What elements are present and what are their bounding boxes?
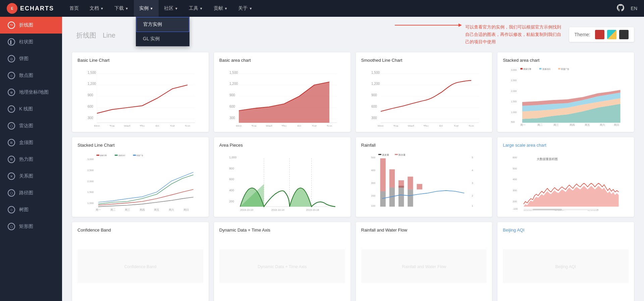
svg-text:600: 600 [229, 178, 234, 181]
svg-text:900: 900 [229, 93, 235, 97]
svg-text:2,500: 2,500 [87, 169, 94, 172]
svg-text:1,200: 1,200 [88, 82, 96, 86]
chart-stacked-line[interactable]: Stacked Line Chart 3,000 2,500 2,000 1,5… [72, 137, 209, 217]
svg-text:2: 2 [472, 195, 473, 198]
svg-text:3,000: 3,000 [87, 158, 94, 161]
sidebar-item-scatter[interactable]: ⊹ 散点图 [0, 67, 62, 84]
svg-text:Mon: Mon [94, 125, 100, 127]
svg-text:1,000: 1,000 [87, 202, 94, 205]
svg-text:1,000: 1,000 [229, 156, 236, 159]
sidebar-item-candlestick[interactable]: K K 线图 [0, 101, 62, 117]
svg-text:Thu: Thu [281, 125, 287, 127]
sidebar-item-bar-chart[interactable]: ▌ 柱状图 [0, 34, 62, 50]
chart-title-confidence-band: Confidence Band [77, 228, 203, 233]
svg-text:联盟广告: 联盟广告 [561, 68, 569, 70]
svg-text:Beijing AQI: Beijing AQI [555, 265, 576, 269]
nav-contribute[interactable]: 贡献 ▼ [208, 0, 233, 17]
treemap-icon: ⬡ [8, 223, 15, 230]
github-icon[interactable] [617, 4, 624, 13]
nav-home[interactable]: 首页 [64, 0, 84, 17]
top-nav: E ECHARTS 首页 文档 ▼ 下载 ▼ 实例 ▼ 社区 ▼ 工具 ▼ 贡献 [0, 0, 644, 17]
chevron-down-icon: ▼ [175, 7, 178, 10]
nav-docs[interactable]: 文档 ▼ [84, 0, 109, 17]
svg-text:300: 300 [229, 116, 235, 120]
svg-text:大数据量面积图: 大数据量面积图 [537, 158, 558, 161]
sidebar-item-graph[interactable]: ✕ 关系图 [0, 168, 62, 185]
language-button[interactable]: EN [631, 6, 637, 11]
svg-text:Wed: Wed [266, 125, 272, 127]
chart-area-pieces[interactable]: Area Pieces 1,000 800 600 400 200 [214, 137, 351, 217]
svg-text:1,200: 1,200 [371, 82, 380, 86]
svg-text:周二: 周二 [537, 123, 543, 127]
svg-text:2,000: 2,000 [87, 180, 94, 183]
chart-title-smoothed-line: Smoothed Line Chart [361, 58, 487, 63]
svg-text:周日: 周日 [183, 208, 189, 211]
sidebar-item-treemap[interactable]: ⬡ 矩形图 [0, 218, 62, 235]
chart-basic-area[interactable]: Basic area chart 1,500 1,200 900 600 300 [214, 52, 351, 132]
bar-chart-icon: ▌ [8, 38, 15, 46]
svg-rect-70 [539, 68, 542, 70]
nav-examples[interactable]: 实例 ▼ [134, 0, 159, 17]
nav-download[interactable]: 下载 ▼ [109, 0, 134, 17]
sidebar-item-path[interactable]: ⬡ 路径图 [0, 185, 62, 201]
svg-text:E: E [11, 7, 13, 10]
sidebar-item-pie-chart[interactable]: ◎ 饼图 [0, 50, 62, 67]
chevron-down-icon: ▼ [100, 7, 104, 10]
chart-dynamic-data[interactable]: Dynamic Data + Time Axis Dynamic Data + … [214, 222, 351, 301]
chart-title-beijing-aqi: Beijing AQI [503, 228, 629, 233]
dropdown-gl-examples[interactable]: GL 实例 [136, 32, 189, 46]
svg-text:Mon: Mon [236, 125, 242, 127]
basic-line-svg: 1,500 1,200 900 600 300 [77, 66, 203, 127]
svg-rect-135 [417, 184, 422, 189]
rainfall-svg: 500 400 300 200 100 5 4 3 2 1 蒸发量 [361, 151, 487, 211]
chart-canvas-stacked-line: 3,000 2,500 2,000 1,500 1,000 搜索引擎 直接访问 … [77, 151, 203, 211]
chart-smoothed-line[interactable]: Smoothed Line Chart 1,500 1,200 900 600 … [356, 52, 492, 132]
svg-text:800: 800 [229, 167, 234, 170]
chart-title-rainfall-water: Rainfall and Water Flow [361, 228, 487, 233]
svg-text:3,000: 3,000 [511, 69, 517, 71]
svg-text:500: 500 [513, 167, 517, 170]
chevron-down-icon: ▼ [125, 7, 128, 10]
logo[interactable]: E ECHARTS [7, 3, 54, 14]
svg-text:周一: 周一 [521, 123, 526, 127]
chart-rainfall[interactable]: Rainfall 500 400 300 200 100 5 4 3 2 1 [356, 137, 492, 217]
svg-rect-132 [389, 169, 394, 188]
svg-text:Thu: Thu [423, 125, 429, 127]
svg-text:500: 500 [371, 156, 375, 159]
nav-community[interactable]: 社区 ▼ [159, 0, 183, 17]
chart-rainfall-water[interactable]: Rainfall and Water Flow Rainfall and Wat… [356, 222, 492, 301]
chart-stacked-area[interactable]: Stacked area chart 3,000 2,500 2,000 1,5… [497, 52, 634, 132]
svg-text:Thu: Thu [140, 125, 145, 127]
chart-large-scale[interactable]: Large scale area chart 600 500 400 300 2… [497, 137, 634, 217]
path-icon: ⬡ [8, 189, 15, 197]
dropdown-official-examples[interactable]: 官方实例 [136, 17, 189, 32]
svg-text:2019-10-18: 2019-10-18 [306, 208, 319, 211]
sidebar-item-heatmap[interactable]: ⊞ 热力图 [0, 151, 62, 168]
charts-row-2: Stacked Line Chart 3,000 2,500 2,000 1,5… [72, 137, 634, 217]
blue-theme-swatch[interactable] [607, 30, 616, 39]
dark-theme-swatch[interactable] [619, 30, 629, 39]
sidebar-item-radar[interactable]: ⬡ 雷达图 [0, 117, 62, 134]
nav-tools[interactable]: 工具 ▼ [183, 0, 208, 17]
svg-text:周六: 周六 [169, 208, 174, 211]
svg-text:400: 400 [513, 178, 517, 181]
sidebar-item-geo[interactable]: ⊕ 地理坐标/地图 [0, 84, 62, 101]
logo-text: ECHARTS [20, 5, 54, 12]
svg-text:1,500: 1,500 [511, 100, 517, 103]
red-theme-swatch[interactable] [595, 30, 604, 39]
chart-confidence-band[interactable]: Confidence Band Confidence Band [72, 222, 209, 301]
chart-title-basic-area: Basic area chart [219, 58, 345, 63]
svg-text:Wed: Wed [124, 125, 130, 127]
chart-basic-line[interactable]: Basic Line Chart 1,500 1,200 900 600 300 [72, 52, 209, 132]
chart-beijing-aqi[interactable]: Beijing AQI Beijing AQI [497, 222, 634, 301]
svg-text:400: 400 [229, 189, 234, 192]
svg-text:Tue: Tue [393, 125, 398, 127]
sidebar-item-line-chart[interactable]: 〜 折线图 [0, 17, 62, 34]
sidebar-item-tree[interactable]: ⊹ 树图 [0, 201, 62, 218]
sidebar-item-boxplot[interactable]: ⊞ 盒须图 [0, 134, 62, 151]
svg-rect-133 [398, 181, 404, 188]
geo-icon: ⊕ [8, 89, 15, 96]
svg-text:3: 3 [472, 182, 473, 185]
chevron-down-icon: ▼ [150, 7, 153, 10]
nav-about[interactable]: 关于 ▼ [233, 0, 258, 17]
